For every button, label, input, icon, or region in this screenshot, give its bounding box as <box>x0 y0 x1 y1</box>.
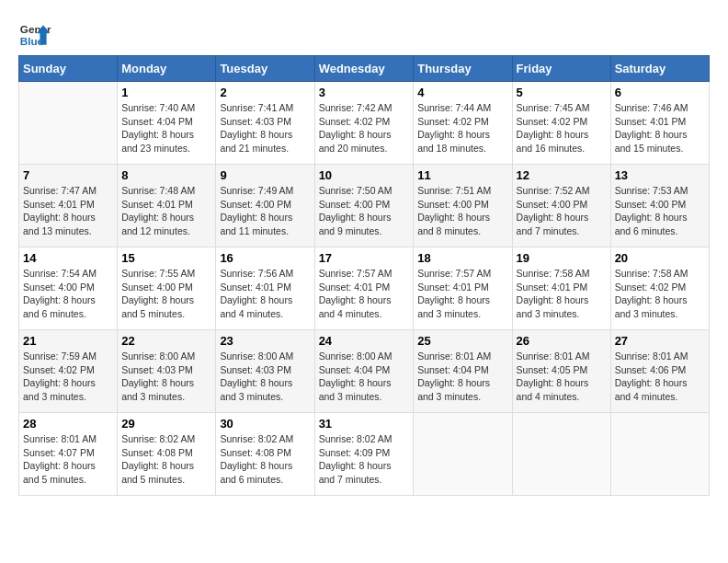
day-number: 17 <box>319 251 410 265</box>
day-number: 3 <box>319 86 410 99</box>
day-cell: 16Sunrise: 7:56 AMSunset: 4:01 PMDayligh… <box>216 247 314 330</box>
week-row-5: 28Sunrise: 8:01 AMSunset: 4:07 PMDayligh… <box>19 413 710 496</box>
day-info: Sunrise: 8:00 AMSunset: 4:03 PMDaylight:… <box>220 350 310 404</box>
day-cell: 5Sunrise: 7:45 AMSunset: 4:02 PMDaylight… <box>512 82 610 165</box>
week-row-2: 7Sunrise: 7:47 AMSunset: 4:01 PMDaylight… <box>19 165 710 247</box>
calendar-table: SundayMondayTuesdayWednesdayThursdayFrid… <box>18 55 710 496</box>
header-friday: Friday <box>512 56 610 82</box>
day-cell: 19Sunrise: 7:58 AMSunset: 4:01 PMDayligh… <box>512 247 610 330</box>
day-cell: 10Sunrise: 7:50 AMSunset: 4:00 PMDayligh… <box>314 165 414 247</box>
day-info: Sunrise: 8:02 AMSunset: 4:08 PMDaylight:… <box>220 432 310 487</box>
week-row-4: 21Sunrise: 7:59 AMSunset: 4:02 PMDayligh… <box>19 330 710 413</box>
day-cell: 17Sunrise: 7:57 AMSunset: 4:01 PMDayligh… <box>314 247 414 330</box>
day-number: 26 <box>517 334 607 348</box>
day-number: 5 <box>517 86 607 99</box>
day-cell <box>19 82 118 165</box>
header-tuesday: Tuesday <box>216 56 314 82</box>
day-cell: 27Sunrise: 8:01 AMSunset: 4:06 PMDayligh… <box>610 330 709 413</box>
day-cell: 24Sunrise: 8:00 AMSunset: 4:04 PMDayligh… <box>314 330 414 413</box>
day-number: 11 <box>417 168 507 182</box>
svg-text:General: General <box>20 23 51 35</box>
day-info: Sunrise: 7:58 AMSunset: 4:01 PMDaylight:… <box>517 267 607 321</box>
logo-icon: General Blue <box>18 18 51 52</box>
day-info: Sunrise: 7:52 AMSunset: 4:00 PMDaylight:… <box>517 184 607 238</box>
day-info: Sunrise: 7:57 AMSunset: 4:01 PMDaylight:… <box>319 267 410 321</box>
day-info: Sunrise: 7:53 AMSunset: 4:00 PMDaylight:… <box>615 184 705 238</box>
day-number: 21 <box>23 334 113 348</box>
day-number: 16 <box>220 251 310 265</box>
day-cell: 8Sunrise: 7:48 AMSunset: 4:01 PMDaylight… <box>118 165 216 247</box>
day-info: Sunrise: 7:54 AMSunset: 4:00 PMDaylight:… <box>23 267 113 321</box>
day-cell: 11Sunrise: 7:51 AMSunset: 4:00 PMDayligh… <box>414 165 512 247</box>
day-number: 8 <box>121 168 211 182</box>
day-info: Sunrise: 8:01 AMSunset: 4:05 PMDaylight:… <box>517 350 607 404</box>
day-cell: 21Sunrise: 7:59 AMSunset: 4:02 PMDayligh… <box>19 330 118 413</box>
day-number: 6 <box>615 86 705 99</box>
day-info: Sunrise: 7:42 AMSunset: 4:02 PMDaylight:… <box>319 101 410 155</box>
day-number: 30 <box>220 417 310 431</box>
day-info: Sunrise: 8:01 AMSunset: 4:04 PMDaylight:… <box>417 350 507 404</box>
header-thursday: Thursday <box>414 56 512 82</box>
day-cell: 12Sunrise: 7:52 AMSunset: 4:00 PMDayligh… <box>512 165 610 247</box>
day-info: Sunrise: 7:40 AMSunset: 4:04 PMDaylight:… <box>121 101 211 155</box>
day-cell <box>414 413 512 496</box>
day-number: 29 <box>121 417 211 431</box>
day-number: 10 <box>319 168 410 182</box>
day-cell: 15Sunrise: 7:55 AMSunset: 4:00 PMDayligh… <box>118 247 216 330</box>
page-header: General Blue <box>18 18 710 52</box>
day-info: Sunrise: 7:48 AMSunset: 4:01 PMDaylight:… <box>121 184 211 238</box>
day-info: Sunrise: 7:49 AMSunset: 4:00 PMDaylight:… <box>220 184 310 238</box>
day-info: Sunrise: 7:44 AMSunset: 4:02 PMDaylight:… <box>417 101 507 155</box>
day-cell: 2Sunrise: 7:41 AMSunset: 4:03 PMDaylight… <box>216 82 314 165</box>
day-number: 9 <box>220 168 310 182</box>
day-number: 27 <box>615 334 705 348</box>
day-number: 15 <box>121 251 211 265</box>
day-info: Sunrise: 8:00 AMSunset: 4:03 PMDaylight:… <box>121 350 211 404</box>
header-wednesday: Wednesday <box>314 56 414 82</box>
day-info: Sunrise: 8:02 AMSunset: 4:09 PMDaylight:… <box>319 432 410 487</box>
day-cell: 25Sunrise: 8:01 AMSunset: 4:04 PMDayligh… <box>414 330 512 413</box>
day-cell: 9Sunrise: 7:49 AMSunset: 4:00 PMDaylight… <box>216 165 314 247</box>
day-number: 28 <box>23 417 113 431</box>
day-cell: 20Sunrise: 7:58 AMSunset: 4:02 PMDayligh… <box>610 247 709 330</box>
day-cell: 18Sunrise: 7:57 AMSunset: 4:01 PMDayligh… <box>414 247 512 330</box>
day-cell: 30Sunrise: 8:02 AMSunset: 4:08 PMDayligh… <box>216 413 314 496</box>
day-cell: 1Sunrise: 7:40 AMSunset: 4:04 PMDaylight… <box>118 82 216 165</box>
day-cell: 26Sunrise: 8:01 AMSunset: 4:05 PMDayligh… <box>512 330 610 413</box>
day-cell: 14Sunrise: 7:54 AMSunset: 4:00 PMDayligh… <box>19 247 118 330</box>
day-info: Sunrise: 8:02 AMSunset: 4:08 PMDaylight:… <box>121 432 211 487</box>
logo: General Blue <box>18 18 51 52</box>
week-row-1: 1Sunrise: 7:40 AMSunset: 4:04 PMDaylight… <box>19 82 710 165</box>
day-cell <box>610 413 709 496</box>
header-sunday: Sunday <box>19 56 118 82</box>
day-cell: 3Sunrise: 7:42 AMSunset: 4:02 PMDaylight… <box>314 82 414 165</box>
day-info: Sunrise: 7:46 AMSunset: 4:01 PMDaylight:… <box>615 101 705 155</box>
day-info: Sunrise: 7:59 AMSunset: 4:02 PMDaylight:… <box>23 350 113 404</box>
day-info: Sunrise: 7:58 AMSunset: 4:02 PMDaylight:… <box>615 267 705 321</box>
day-info: Sunrise: 8:01 AMSunset: 4:06 PMDaylight:… <box>615 350 705 404</box>
day-cell: 13Sunrise: 7:53 AMSunset: 4:00 PMDayligh… <box>610 165 709 247</box>
day-number: 23 <box>220 334 310 348</box>
day-cell: 31Sunrise: 8:02 AMSunset: 4:09 PMDayligh… <box>314 413 414 496</box>
day-info: Sunrise: 7:55 AMSunset: 4:00 PMDaylight:… <box>121 267 211 321</box>
day-info: Sunrise: 7:47 AMSunset: 4:01 PMDaylight:… <box>23 184 113 238</box>
day-info: Sunrise: 7:41 AMSunset: 4:03 PMDaylight:… <box>220 101 310 155</box>
day-number: 31 <box>319 417 410 431</box>
day-number: 12 <box>517 168 607 182</box>
header-monday: Monday <box>118 56 216 82</box>
day-cell <box>512 413 610 496</box>
day-number: 25 <box>417 334 507 348</box>
day-cell: 7Sunrise: 7:47 AMSunset: 4:01 PMDaylight… <box>19 165 118 247</box>
header-row: SundayMondayTuesdayWednesdayThursdayFrid… <box>19 56 710 82</box>
day-info: Sunrise: 8:01 AMSunset: 4:07 PMDaylight:… <box>23 432 113 487</box>
day-number: 18 <box>417 251 507 265</box>
day-info: Sunrise: 8:00 AMSunset: 4:04 PMDaylight:… <box>319 350 410 404</box>
day-cell: 22Sunrise: 8:00 AMSunset: 4:03 PMDayligh… <box>118 330 216 413</box>
day-cell: 4Sunrise: 7:44 AMSunset: 4:02 PMDaylight… <box>414 82 512 165</box>
day-cell: 23Sunrise: 8:00 AMSunset: 4:03 PMDayligh… <box>216 330 314 413</box>
day-number: 19 <box>517 251 607 265</box>
day-info: Sunrise: 7:57 AMSunset: 4:01 PMDaylight:… <box>417 267 507 321</box>
day-info: Sunrise: 7:45 AMSunset: 4:02 PMDaylight:… <box>517 101 607 155</box>
day-info: Sunrise: 7:50 AMSunset: 4:00 PMDaylight:… <box>319 184 410 238</box>
day-info: Sunrise: 7:56 AMSunset: 4:01 PMDaylight:… <box>220 267 310 321</box>
